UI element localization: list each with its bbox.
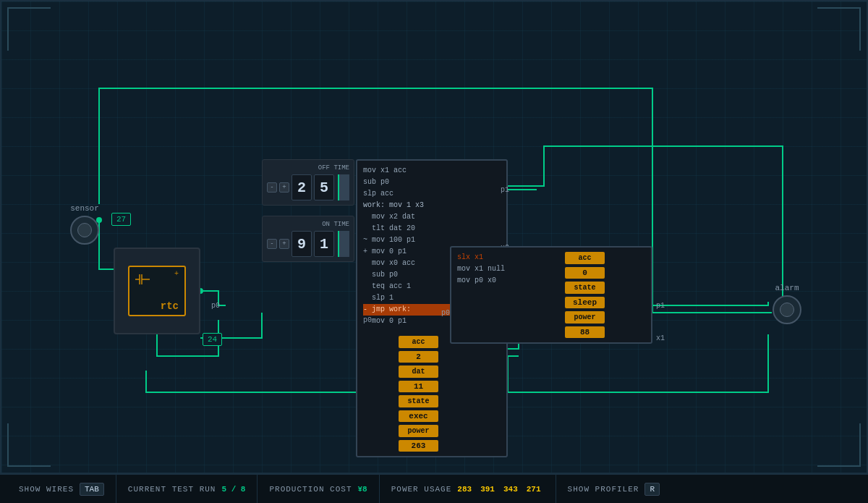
off-time-plus-btn[interactable]: + (279, 182, 289, 193)
on-time-minus-btn[interactable]: - (267, 239, 277, 249)
on-time-digit-2: 1 (314, 231, 334, 257)
off-time-connector (338, 174, 349, 200)
production-cost-value: ¥8 (358, 485, 367, 494)
port2-acc-group: acc (565, 252, 647, 264)
mc-secondary-module: slx x1 mov x1 null mov p0 x0 acc 0 state… (450, 246, 652, 344)
corner-br (817, 423, 861, 467)
code-line-6: tlt dat 20 (363, 223, 503, 234)
show-wires-label: SHOW WIRES (19, 485, 74, 494)
current-test-run-value: 5 / 8 (221, 485, 245, 494)
port-dat-btn[interactable]: dat (399, 365, 438, 378)
show-wires-section: SHOW WIRES TAB (7, 475, 116, 503)
corner-bl (7, 423, 51, 467)
main-canvas: sensor 27 OFF TIME - + 2 5 ON TIME - + 9… (0, 0, 868, 474)
on-time-digit-1: 9 (292, 231, 312, 257)
off-time-digit-2: 5 (314, 174, 334, 200)
port-dat-value: 11 (399, 381, 438, 392)
off-time-digit-1: 2 (292, 174, 312, 200)
port-acc-value: 2 (399, 351, 438, 363)
code-line-4: work: mov 1 x3 (363, 200, 503, 211)
on-time-controls: - + 9 1 (267, 231, 349, 257)
port2-power-group: power (565, 311, 647, 324)
power-val-3: 343 (503, 485, 518, 494)
power-val-4: 271 (527, 485, 541, 494)
alarm-module: alarm (773, 284, 801, 324)
mc-secondary-ports: acc 0 state sleep power 88 (561, 248, 651, 342)
mc2-p0-label: p0 (441, 309, 450, 317)
port-state-value: exec (399, 410, 438, 422)
rtc-plus-symbol: + (174, 270, 179, 278)
alarm-label: alarm (773, 284, 801, 292)
sensor-inner (77, 223, 92, 237)
mc-secondary-code: slx x1 mov x1 null mov p0 x0 (451, 248, 556, 291)
port-power-value: 263 (399, 440, 438, 452)
capacitor-icon (135, 274, 150, 284)
mc2-code-line-3: mov p0 x0 (457, 275, 550, 287)
port2-state-btn[interactable]: state (565, 282, 605, 294)
power-val-1: 283 (457, 485, 472, 494)
mc2-code-line-1: slx x1 (457, 252, 550, 263)
show-profiler-section: SHOW PROFILER R (556, 475, 671, 503)
off-time-dial: OFF TIME - + 2 5 (262, 159, 354, 206)
code-line-2: sub p0 (363, 177, 503, 188)
port2-power-value: 88 (565, 326, 605, 338)
port-power-btn[interactable]: power (399, 425, 438, 437)
sensor-label: sensor (70, 204, 99, 213)
mc2-p1-right-label: p1 (656, 302, 665, 310)
mc-main-p1-right-label: p1 (501, 186, 509, 194)
port2-state-group: state (565, 282, 647, 294)
off-time-label: OFF TIME (267, 164, 349, 172)
rtc-body: + rtc (128, 266, 186, 316)
code-line-3: slp acc (363, 188, 503, 200)
off-time-controls: - + 2 5 (267, 174, 349, 200)
sensor-body (70, 216, 99, 245)
port2-power-btn[interactable]: power (565, 311, 605, 324)
show-profiler-key[interactable]: R (644, 483, 660, 496)
rtc-module: + rtc (114, 248, 200, 334)
status-bar: SHOW WIRES TAB CURRENT TEST RUN 5 / 8 PR… (0, 474, 868, 503)
current-test-run-section: CURRENT TEST RUN 5 / 8 (116, 475, 258, 503)
port2-acc-value: 0 (565, 267, 605, 279)
mc-main-p0-bottom-label: p0 (363, 316, 372, 324)
sensor-value-badge: 27 (111, 213, 131, 226)
port2-acc-btn[interactable]: acc (565, 252, 605, 264)
mc2-x1-label: x1 (656, 334, 665, 342)
port-acc-btn[interactable]: acc (399, 336, 438, 348)
port-dat-group: dat (399, 365, 502, 378)
rtc-label: rtc (161, 300, 179, 312)
rtc-value-24-badge: 24 (203, 333, 222, 346)
corner-tl (7, 7, 51, 51)
production-cost-label: PRODUCTION COST (269, 485, 352, 494)
port-state-btn[interactable]: state (399, 395, 438, 407)
show-profiler-label: SHOW PROFILER (568, 485, 639, 494)
alarm-inner (780, 303, 794, 317)
mc2-code-line-2: mov x1 null (457, 263, 550, 275)
code-line-5: mov x2 dat (363, 211, 503, 223)
show-wires-key[interactable]: TAB (80, 483, 104, 496)
power-val-2: 391 (480, 485, 495, 494)
power-usage-section: POWER USAGE 283 391 343 271 (380, 475, 556, 503)
corner-tr (817, 7, 861, 51)
port2-state-value: sleep (565, 297, 605, 308)
sensor-module: sensor (70, 204, 99, 245)
port-power-group: power (399, 425, 502, 437)
mc-main-p0-left-label: p0 (211, 302, 220, 310)
mc-main-ports: acc 2 dat 11 state exec power 263 (394, 331, 506, 456)
on-time-connector (338, 231, 349, 257)
port-state-group: state (399, 395, 502, 407)
on-time-dial: ON TIME - + 9 1 (262, 216, 354, 262)
power-usage-label: POWER USAGE (391, 485, 452, 494)
on-time-label: ON TIME (267, 221, 349, 228)
current-test-run-label: CURRENT TEST RUN (128, 485, 216, 494)
code-line-1: mov x1 acc (363, 165, 503, 177)
on-time-plus-btn[interactable]: + (279, 239, 289, 249)
off-time-minus-btn[interactable]: - (267, 182, 277, 193)
alarm-body (773, 295, 801, 324)
production-cost-section: PRODUCTION COST ¥8 (258, 475, 379, 503)
code-line-7: ~ mov 100 p1 (363, 234, 503, 246)
